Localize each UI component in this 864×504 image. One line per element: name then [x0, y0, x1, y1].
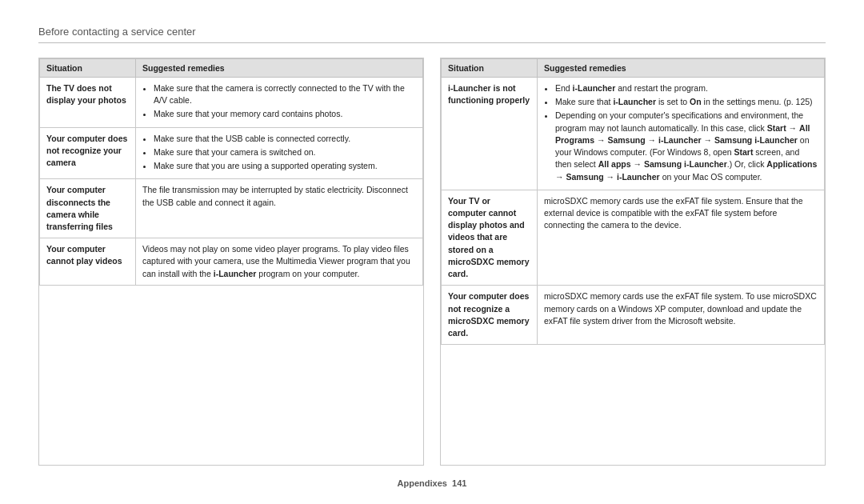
remedies-cell: microSDXC memory cards use the exFAT fil…	[538, 286, 825, 345]
remedies-cell: The file transmission may be interrupted…	[136, 179, 423, 238]
table-row: Your computer does not recognize your ca…	[40, 127, 423, 179]
remedies-cell: End i-Launcher and restart the program.M…	[538, 78, 825, 190]
left-header-remedies: Suggested remedies	[136, 59, 423, 78]
table-row: The TV does not display your photosMake …	[40, 78, 423, 128]
left-header-situation: Situation	[40, 59, 136, 78]
footer-label: Appendixes	[398, 478, 447, 488]
table-row: i-Launcher is not functioning properlyEn…	[442, 78, 825, 190]
right-header-remedies: Suggested remedies	[538, 59, 825, 78]
page-footer: Appendixes 141	[38, 474, 826, 488]
table-row: Your computer disconnects the camera whi…	[40, 179, 423, 238]
footer-page: 141	[452, 478, 466, 488]
table-row: Your computer cannot play videosVideos m…	[40, 238, 423, 286]
situation-cell: The TV does not display your photos	[40, 78, 136, 128]
table-row: Your computer does not recognize a micro…	[442, 286, 825, 345]
left-table: Situation Suggested remedies The TV does…	[39, 58, 423, 286]
situation-cell: Your TV or computer cannot display photo…	[442, 190, 538, 286]
situation-cell: i-Launcher is not functioning properly	[442, 78, 538, 190]
situation-cell: Your computer disconnects the camera whi…	[40, 179, 136, 238]
tables-row: Situation Suggested remedies The TV does…	[38, 58, 826, 466]
remedies-cell: Make sure that the camera is correctly c…	[136, 78, 423, 128]
situation-cell: Your computer cannot play videos	[40, 238, 136, 286]
page-header: Before contacting a service center	[38, 26, 826, 43]
page-title: Before contacting a service center	[38, 26, 196, 38]
situation-cell: Your computer does not recognize a micro…	[442, 286, 538, 345]
table-row: Your TV or computer cannot display photo…	[442, 190, 825, 286]
remedies-cell: Videos may not play on some video player…	[136, 238, 423, 286]
right-table-wrap: Situation Suggested remedies i-Launcher …	[440, 58, 826, 466]
remedies-cell: Make sure that the USB cable is connecte…	[136, 127, 423, 179]
right-table: Situation Suggested remedies i-Launcher …	[441, 58, 825, 345]
right-header-situation: Situation	[442, 59, 538, 78]
remedies-cell: microSDXC memory cards use the exFAT fil…	[538, 190, 825, 286]
left-table-wrap: Situation Suggested remedies The TV does…	[38, 58, 424, 466]
page: Before contacting a service center Situa…	[0, 0, 864, 504]
situation-cell: Your computer does not recognize your ca…	[40, 127, 136, 179]
